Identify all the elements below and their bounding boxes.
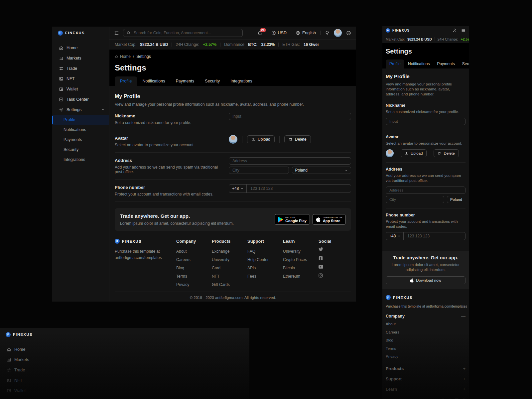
footer-link[interactable]: Crypto Prices [283,256,319,264]
footer-link[interactable]: Careers [176,256,212,264]
address-input[interactable] [229,157,351,165]
footer-link[interactable]: Bitcoin [283,264,319,272]
delete-avatar-button[interactable]: Delete [434,149,459,157]
footer-column-title: Products [212,239,247,244]
banner-subtitle: Lorem ipsum dolor sit amet, consectetur … [120,221,234,226]
upload-avatar-button[interactable]: Upload [401,149,427,157]
more-menu[interactable] [346,31,351,36]
sidebar-item-trade[interactable]: Trade [0,365,57,375]
sidebar-item-home[interactable]: Home [52,43,109,53]
app-store-badge[interactable]: Download on the App Store [313,214,346,225]
nickname-input[interactable] [229,113,351,120]
twitter-icon[interactable] [319,247,354,251]
footer-link[interactable]: Fees [247,272,283,281]
sidebar-item-settings[interactable]: Settings [52,104,109,115]
footer-link[interactable]: Privacy [386,352,466,361]
search-input[interactable] [133,30,239,36]
tab-payments[interactable]: Payments [171,76,200,86]
sidebar-item-nft[interactable]: NFT [0,375,57,385]
accordion-company-header[interactable]: Company — [386,308,466,319]
sidebar-item-home[interactable]: Home [0,344,57,354]
sidebar-item-payments[interactable]: Payments [52,135,109,145]
accordion-learn-header[interactable]: Learn + [386,381,466,392]
footer-link[interactable]: Privacy [176,281,212,289]
phone-number-input[interactable] [404,232,465,240]
ticker-value: 16 Gwei [304,42,319,47]
footer-link[interactable]: NFT [212,272,247,281]
footer-link[interactable]: Exchange [212,247,247,256]
sidebar-item-trade[interactable]: Trade [52,63,109,73]
tab-security[interactable]: Security [459,60,469,68]
user-avatar[interactable] [334,29,342,37]
footer-link[interactable]: Ethereum [283,272,319,281]
badge-eyebrow: Download on the [323,216,342,219]
footer-link[interactable]: APIs [247,264,283,272]
youtube-icon[interactable] [319,265,354,269]
footer-link[interactable]: About [386,320,466,328]
footer-link[interactable]: Blog [176,264,212,272]
user-icon[interactable] [453,28,457,33]
footer-link[interactable]: Careers [386,328,466,336]
footer-link[interactable]: FAQ [247,247,283,256]
tab-integrations[interactable]: Integrations [225,76,257,86]
tab-profile[interactable]: Profile [386,60,404,68]
notifications-bell[interactable]: 21 [257,31,262,36]
footer-link[interactable]: University [283,247,319,256]
tab-profile[interactable]: Profile [115,76,137,86]
currency-switcher[interactable]: $ USD [271,31,287,35]
footer-column-company: Company About Careers Blog Terms Privacy [176,239,212,289]
menu-fold-icon[interactable] [114,31,119,36]
facebook-icon[interactable] [319,256,354,260]
country-select[interactable]: Poland [447,196,469,203]
sidebar-item-task-center[interactable]: Task Center [52,94,109,104]
upload-avatar-button[interactable]: Upload [247,135,275,143]
city-input[interactable] [386,196,444,203]
settings-tabs: Profile Notifications Payments Security [386,60,466,68]
footer-purchase-note: Purchase this template at antforfigma.co… [386,304,466,308]
footer-link[interactable]: Blog [386,336,466,344]
tab-payments[interactable]: Payments [433,60,458,68]
tab-notifications[interactable]: Notifications [137,76,170,86]
sidebar-item-task-center[interactable]: Task Center [0,396,57,399]
footer-link[interactable]: Terms [386,344,466,353]
footer-link[interactable]: About [176,247,212,256]
sidebar-item-integrations[interactable]: Integrations [52,155,109,165]
country-select[interactable]: Poland [292,167,351,174]
dial-code-select[interactable]: +48 [229,185,247,193]
hamburger-menu-icon[interactable] [461,28,466,33]
address-input[interactable] [386,187,466,194]
nickname-input[interactable] [386,118,466,125]
footer-link[interactable]: Terms [176,272,212,281]
sidebar-item-wallet[interactable]: Wallet [0,385,57,396]
topbar: 21 $ USD English [109,27,356,40]
sidebar-item-nft[interactable]: NFT [52,73,109,84]
accordion-products-header[interactable]: Products + [386,361,466,371]
footer-link[interactable]: Help Center [247,256,283,264]
download-now-button[interactable]: Download now [386,276,466,284]
breadcrumb-home-link[interactable]: Home [115,54,131,59]
city-input[interactable] [229,167,289,174]
sidebar-item-markets[interactable]: Markets [52,53,109,63]
sidebar-item-security[interactable]: Security [52,145,109,155]
sidebar-item-notifications[interactable]: Notifications [52,125,109,135]
delete-avatar-button[interactable]: Delete [284,135,311,143]
footer-link[interactable]: Card [212,264,247,272]
sidebar-item-profile[interactable]: Profile [52,115,109,125]
language-switcher[interactable]: English [296,31,316,35]
section-description: View and manage your personal profile in… [115,102,351,107]
copyright: © 2019 - 2023 antforfigma.com. All right… [115,292,351,302]
dial-code-select[interactable]: +48 [386,232,404,240]
search-box[interactable] [123,29,243,37]
instagram-icon[interactable] [319,273,354,278]
theme-toggle[interactable] [325,31,330,35]
mobile-social-row: Social [386,392,466,399]
tab-security[interactable]: Security [200,76,225,86]
accordion-support-header[interactable]: Support + [386,371,466,381]
phone-number-input[interactable] [247,185,351,193]
tab-notifications[interactable]: Notifications [404,60,433,68]
google-play-badge[interactable]: GET IT ON Google Play [275,214,310,225]
footer-link[interactable]: University [212,256,247,264]
footer-link[interactable]: Gift Cards [212,281,247,289]
sidebar-item-markets[interactable]: Markets [0,354,57,365]
sidebar-item-wallet[interactable]: Wallet [52,84,109,94]
